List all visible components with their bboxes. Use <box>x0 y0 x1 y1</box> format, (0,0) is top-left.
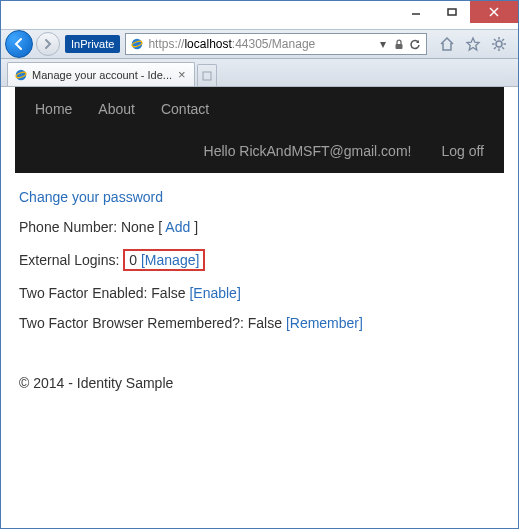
arrow-left-icon <box>12 37 26 51</box>
window-maximize-button[interactable] <box>434 1 470 23</box>
forward-button[interactable] <box>36 32 60 56</box>
svg-point-7 <box>496 41 502 47</box>
dropdown-icon[interactable]: ▾ <box>376 37 390 51</box>
phone-row: Phone Number: None [ Add ] <box>19 219 500 235</box>
external-logins-row: External Logins: 0 [Manage] <box>19 249 500 271</box>
phone-add-link[interactable]: Add <box>165 219 190 235</box>
window-minimize-button[interactable] <box>398 1 434 23</box>
new-tab-button[interactable] <box>197 64 217 86</box>
window-titlebar <box>1 1 518 29</box>
browser-nav-bar: InPrivate https://localhost:44305/Manage… <box>1 29 518 59</box>
address-bar[interactable]: https://localhost:44305/Manage ▾ <box>125 33 427 55</box>
inprivate-badge: InPrivate <box>65 35 120 53</box>
back-button[interactable] <box>5 30 33 58</box>
svg-rect-1 <box>448 9 456 15</box>
browser-remembered-row: Two Factor Browser Remembered?: False [R… <box>19 315 500 331</box>
svg-line-14 <box>494 47 496 49</box>
nav-about[interactable]: About <box>98 101 135 117</box>
svg-line-15 <box>502 39 504 41</box>
browser-remember-link[interactable]: [Remember] <box>286 315 363 331</box>
browser-tab[interactable]: Manage your account - Ide... × <box>7 62 195 86</box>
nav-contact[interactable]: Contact <box>161 101 209 117</box>
svg-line-13 <box>502 47 504 49</box>
two-factor-label: Two Factor Enabled: <box>19 285 147 301</box>
tab-strip: Manage your account - Ide... × <box>1 59 518 87</box>
new-tab-icon <box>200 69 214 83</box>
lock-icon[interactable] <box>392 37 406 51</box>
two-factor-value: False <box>151 285 185 301</box>
change-password-link[interactable]: Change your password <box>19 189 163 205</box>
refresh-icon[interactable] <box>408 37 422 51</box>
svg-line-12 <box>494 39 496 41</box>
external-logins-manage-link[interactable]: [Manage] <box>141 252 199 268</box>
url-text: https://localhost:44305/Manage <box>148 37 374 51</box>
window-close-button[interactable] <box>470 1 518 23</box>
external-logins-label: External Logins: <box>19 252 119 268</box>
browser-remembered-value: False <box>248 315 282 331</box>
tab-close-icon[interactable]: × <box>176 67 188 82</box>
phone-value: None <box>121 219 154 235</box>
svg-rect-6 <box>396 44 403 49</box>
two-factor-enable-link[interactable]: [Enable] <box>189 285 240 301</box>
external-logins-count: 0 <box>129 252 137 268</box>
svg-rect-18 <box>203 72 211 80</box>
external-logins-highlight: 0 [Manage] <box>123 249 205 271</box>
ie-favicon-icon <box>14 68 28 82</box>
two-factor-row: Two Factor Enabled: False [Enable] <box>19 285 500 301</box>
ie-favicon-icon <box>130 37 144 51</box>
nav-logoff[interactable]: Log off <box>441 143 484 159</box>
page-footer: © 2014 - Identity Sample <box>19 375 500 391</box>
site-navbar: Home About Contact Hello RickAndMSFT@gma… <box>15 87 504 173</box>
arrow-right-icon <box>42 38 54 50</box>
tools-gear-icon[interactable] <box>490 35 508 53</box>
favorites-star-icon[interactable] <box>464 35 482 53</box>
page-content: Change your password Phone Number: None … <box>15 173 504 391</box>
home-icon[interactable] <box>438 35 456 53</box>
browser-remembered-label: Two Factor Browser Remembered?: <box>19 315 244 331</box>
page-viewport: Home About Contact Hello RickAndMSFT@gma… <box>1 87 518 528</box>
tab-title: Manage your account - Ide... <box>32 69 172 81</box>
phone-label: Phone Number: <box>19 219 117 235</box>
nav-hello-user[interactable]: Hello RickAndMSFT@gmail.com! <box>204 143 412 159</box>
nav-home[interactable]: Home <box>35 101 72 117</box>
